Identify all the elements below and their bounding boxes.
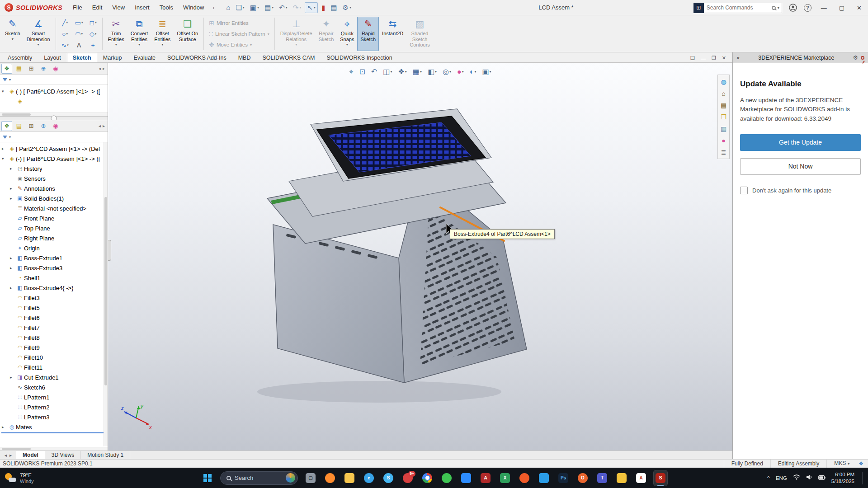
new-document-icon[interactable]: ❏ ▾ — [234, 3, 246, 13]
command-tab[interactable]: SOLIDWORKS CAM — [256, 53, 321, 62]
ribbon-button[interactable]: ✎ Rapid Sketch — [357, 17, 379, 51]
zoom-icon[interactable] — [459, 470, 473, 486]
tree-expand-arrow[interactable] — [10, 256, 16, 260]
volume-icon[interactable] — [806, 474, 812, 481]
ribbon-button[interactable]: ✦ Repair Sketch — [316, 17, 337, 51]
status-tag-icon[interactable]: ❖ — [857, 460, 868, 467]
dropdown-caret[interactable]: ▾ — [299, 5, 301, 9]
language-indicator[interactable]: ENG — [776, 475, 787, 481]
panel-splitter[interactable] — [0, 116, 108, 120]
options-gear-icon[interactable]: ⚙ ▾ — [341, 3, 353, 13]
scrollbar-thumb[interactable] — [2, 113, 31, 116]
tree-expand-arrow[interactable] — [2, 89, 8, 94]
sketch-text-tool-icon[interactable]: A — [72, 40, 86, 51]
menu-item[interactable]: Tools — [155, 0, 178, 15]
doc-tab-next-icon[interactable]: ▸ — [9, 453, 12, 458]
featuremanager-tab-icon[interactable]: ❖ — [1, 121, 12, 131]
tab-scroll-left-icon[interactable]: ◂ — [99, 66, 101, 71]
status-units-selector[interactable]: MKS▾ — [826, 459, 857, 468]
ribbon-button[interactable]: ✎ Sketch ▾ — [2, 17, 24, 51]
tab-scroll-right-icon[interactable]: ▸ — [103, 123, 105, 128]
window-minimize-button[interactable]: — — [818, 5, 830, 11]
dropdown-caret[interactable]: ▾ — [66, 21, 68, 24]
polygon-tool-icon[interactable]: ◇ ▾ — [86, 28, 100, 39]
tree-horizontal-scrollbar[interactable] — [0, 447, 108, 450]
solidworks-icon[interactable]: S — [654, 470, 667, 486]
dropdown-caret[interactable]: ▾ — [161, 42, 163, 47]
menu-item[interactable]: Window — [178, 0, 209, 15]
ribbon-button[interactable]: ▨ Shaded Sketch Contours — [406, 17, 433, 51]
slot-tool-icon[interactable]: ◻ ▾ — [86, 17, 100, 28]
ribbon-button[interactable]: ⧉ Convert Entities ▾ — [127, 17, 151, 51]
ribbon-button[interactable]: ∡ Smart Dimension ▾ — [24, 17, 53, 51]
featuremanager-tab-icon[interactable]: ❖ — [1, 64, 12, 74]
tree-expand-arrow[interactable] — [2, 425, 8, 429]
menu-pin-icon[interactable]: › — [209, 5, 218, 11]
dimxpertmanager-tab-icon[interactable]: ⊕ — [38, 64, 49, 74]
configurationmanager-tab-icon[interactable]: ⊞ — [26, 64, 37, 74]
tree-item[interactable]: ◠ Fillet9 — [0, 343, 108, 352]
document-tab[interactable]: Motion Study 1 — [81, 451, 130, 459]
search-scope-icon[interactable]: ⊞ — [693, 3, 704, 13]
viewport-pin-icon[interactable]: ❏ — [690, 55, 695, 61]
dimxpertmanager-tab-icon[interactable]: ⊕ — [38, 121, 49, 131]
whatsapp-icon[interactable] — [440, 470, 453, 486]
skype-icon[interactable]: S — [382, 470, 395, 486]
solidworks-resources-tab-icon[interactable]: ⌂ — [718, 88, 729, 99]
dropdown-caret[interactable]: ▾ — [12, 37, 14, 41]
dropdown-caret[interactable]: ▾ — [474, 70, 476, 74]
model-3d[interactable] — [108, 63, 732, 450]
dropdown-caret[interactable]: ▾ — [81, 32, 83, 36]
dropdown-caret[interactable]: ▾ — [490, 70, 491, 74]
dropdown-caret[interactable]: ▾ — [449, 70, 451, 74]
home-icon[interactable]: ⌂ — [224, 3, 232, 12]
photoshop-icon[interactable]: Ps — [557, 470, 570, 486]
vscode-icon[interactable] — [537, 470, 551, 486]
dropdown-caret[interactable]: ▾ — [420, 70, 422, 74]
search-caret-icon[interactable]: ▾ — [778, 6, 779, 10]
system-monitor-icon[interactable]: ▢ — [304, 470, 317, 486]
weather-widget[interactable]: 79°F Windy — [5, 468, 34, 488]
tree-item[interactable]: ◠ Fillet7 — [0, 323, 108, 333]
dropdown-caret[interactable]: ▾ — [95, 32, 97, 36]
wifi-icon[interactable] — [793, 474, 800, 481]
dynamic-annotation-views-icon[interactable]: ❖ ▾ — [396, 66, 408, 77]
dropdown-caret[interactable]: ▾ — [405, 70, 407, 74]
doc-tab-prev-icon[interactable]: ◂ — [5, 453, 7, 458]
dropdown-caret[interactable]: ▾ — [268, 32, 269, 36]
tree-item[interactable]: ◠ Fillet11 — [0, 362, 108, 372]
dropdown-caret[interactable]: ▾ — [257, 5, 259, 9]
tree-expand-arrow[interactable] — [2, 146, 8, 151]
arc-tool-icon[interactable]: ◠ ▾ — [72, 28, 86, 39]
dropdown-caret[interactable]: ▾ — [67, 43, 69, 47]
tree-item[interactable]: ◔ Shell1 — [0, 273, 108, 283]
hidden-icons-chevron[interactable]: ^ — [767, 474, 770, 481]
tree-item[interactable]: ◠ Fillet3 — [0, 293, 108, 303]
not-now-button[interactable]: Not Now — [740, 158, 861, 175]
appearances-tab-icon[interactable]: ● — [718, 135, 729, 145]
edge-icon[interactable]: e — [362, 470, 376, 486]
command-tab[interactable]: Layout — [38, 53, 67, 62]
dropdown-caret[interactable]: ▾ — [314, 5, 316, 9]
show-desktop-button[interactable] — [862, 472, 863, 484]
tree-item[interactable]: ▣ Solid Bodies(1) — [0, 193, 108, 203]
search-icon[interactable] — [772, 6, 776, 10]
view-settings-icon[interactable]: ▣ ▾ — [481, 66, 492, 77]
dropdown-caret[interactable]: ▾ — [346, 42, 348, 47]
tree-item[interactable]: ✎ Annotations — [0, 183, 108, 193]
dropdown-caret[interactable]: ▾ — [66, 32, 68, 36]
tree-expand-arrow[interactable] — [10, 286, 16, 290]
tree-item[interactable]: ◈ [ Part2^LCD Assem ]<1> -> (Def — [0, 144, 108, 154]
pane-settings-gear-icon[interactable]: ⚙ — [853, 54, 858, 61]
tree-expand-arrow[interactable] — [2, 156, 8, 161]
zoom-to-fit-icon[interactable]: ⌖ — [348, 67, 354, 77]
command-tab[interactable]: SOLIDWORKS Inspection — [321, 53, 398, 62]
custom-properties-tab-icon[interactable]: ≣ — [718, 147, 729, 157]
dropdown-caret[interactable]: ▾ — [349, 5, 351, 9]
tree-expand-arrow[interactable] — [10, 375, 16, 380]
clock[interactable]: 6:00 PM 5/18/2025 — [831, 471, 854, 485]
displaymanager-tab-icon[interactable]: ◉ — [50, 121, 61, 131]
command-tab[interactable]: Sketch — [67, 53, 97, 62]
design-library-tab-icon[interactable]: ▤ — [718, 100, 729, 110]
window-close-button[interactable]: ✕ — [854, 5, 864, 11]
